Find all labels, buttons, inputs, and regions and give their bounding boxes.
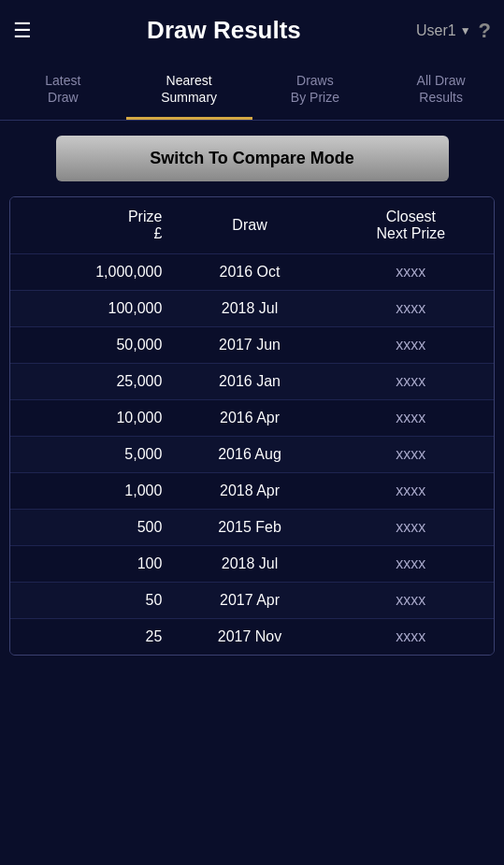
results-table-container: Prize£ Draw ClosestNext Prize 1,000,0002… xyxy=(9,196,495,656)
hamburger-icon[interactable]: ☰ xyxy=(13,19,32,43)
cell-prize: 1,000 xyxy=(10,473,171,510)
table-row: 5,0002016 Augxxxx xyxy=(10,437,494,473)
help-icon[interactable]: ? xyxy=(479,19,491,43)
cell-closest: xxxx xyxy=(328,619,494,656)
cell-draw: 2016 Apr xyxy=(171,400,327,437)
user-selector[interactable]: User1 ▼ xyxy=(416,22,471,39)
table-row: 5002015 Febxxxx xyxy=(10,510,494,546)
cell-draw: 2018 Jul xyxy=(171,291,327,327)
header: ☰ Draw Results User1 ▼ ? xyxy=(0,0,504,61)
cell-prize: 10,000 xyxy=(10,400,171,437)
cell-draw: 2017 Jun xyxy=(171,327,327,364)
cell-prize: 100 xyxy=(10,546,171,583)
table-row: 1,0002018 Aprxxxx xyxy=(10,473,494,510)
cell-draw: 2016 Aug xyxy=(171,437,327,473)
table-row: 25,0002016 Janxxxx xyxy=(10,364,494,400)
cell-closest: xxxx xyxy=(328,364,494,400)
col-draw: Draw xyxy=(171,197,327,254)
cell-draw: 2017 Nov xyxy=(171,619,327,656)
table-row: 1,000,0002016 Octxxxx xyxy=(10,254,494,291)
tab-bar: LatestDraw NearestSummary DrawsBy Prize … xyxy=(0,61,504,121)
table-row: 10,0002016 Aprxxxx xyxy=(10,400,494,437)
cell-draw: 2017 Apr xyxy=(171,583,327,619)
cell-prize: 500 xyxy=(10,510,171,546)
cell-draw: 2016 Oct xyxy=(171,254,327,291)
cell-prize: 50 xyxy=(10,583,171,619)
table-row: 252017 Novxxxx xyxy=(10,619,494,656)
col-prize: Prize£ xyxy=(10,197,171,254)
tab-draws-by-prize[interactable]: DrawsBy Prize xyxy=(252,61,379,120)
cell-closest: xxxx xyxy=(328,546,494,583)
cell-closest: xxxx xyxy=(328,583,494,619)
col-closest: ClosestNext Prize xyxy=(328,197,494,254)
page-title: Draw Results xyxy=(32,16,416,45)
cell-prize: 100,000 xyxy=(10,291,171,327)
table-row: 100,0002018 Julxxxx xyxy=(10,291,494,327)
cell-closest: xxxx xyxy=(328,400,494,437)
cell-draw: 2018 Jul xyxy=(171,546,327,583)
chevron-down-icon: ▼ xyxy=(460,24,471,37)
cell-closest: xxxx xyxy=(328,510,494,546)
cell-closest: xxxx xyxy=(328,327,494,364)
table-row: 502017 Aprxxxx xyxy=(10,583,494,619)
tab-latest-draw[interactable]: LatestDraw xyxy=(0,61,126,120)
cell-closest: xxxx xyxy=(328,437,494,473)
cell-prize: 50,000 xyxy=(10,327,171,364)
cell-closest: xxxx xyxy=(328,254,494,291)
user-name: User1 xyxy=(416,22,456,39)
switch-btn-container: Switch To Compare Mode xyxy=(0,121,504,196)
cell-prize: 25 xyxy=(10,619,171,656)
tab-all-draw-results[interactable]: All DrawResults xyxy=(378,61,504,120)
table-header-row: Prize£ Draw ClosestNext Prize xyxy=(10,197,494,254)
header-right: User1 ▼ ? xyxy=(416,19,491,43)
cell-draw: 2016 Jan xyxy=(171,364,327,400)
table-row: 1002018 Julxxxx xyxy=(10,546,494,583)
cell-draw: 2015 Feb xyxy=(171,510,327,546)
cell-prize: 1,000,000 xyxy=(10,254,171,291)
tab-nearest-summary[interactable]: NearestSummary xyxy=(126,61,252,120)
cell-closest: xxxx xyxy=(328,473,494,510)
switch-compare-mode-button[interactable]: Switch To Compare Mode xyxy=(56,136,449,181)
results-table: Prize£ Draw ClosestNext Prize 1,000,0002… xyxy=(10,197,494,655)
cell-prize: 25,000 xyxy=(10,364,171,400)
cell-closest: xxxx xyxy=(328,291,494,327)
cell-draw: 2018 Apr xyxy=(171,473,327,510)
cell-prize: 5,000 xyxy=(10,437,171,473)
table-row: 50,0002017 Junxxxx xyxy=(10,327,494,364)
